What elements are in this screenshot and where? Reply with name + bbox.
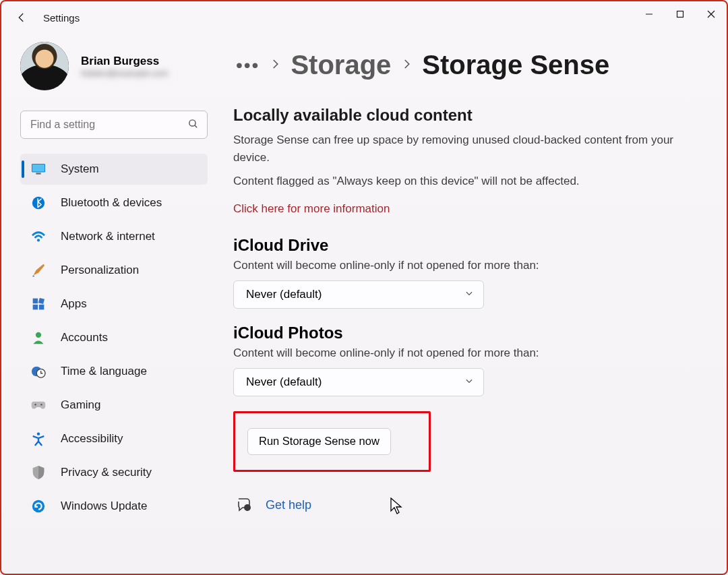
profile-name: Brian Burgess <box>81 55 169 68</box>
section-heading-icloud-drive: iCloud Drive <box>233 236 694 255</box>
svg-rect-12 <box>38 298 44 304</box>
svg-rect-1 <box>677 11 684 18</box>
section-caption: Content will become online-only if not o… <box>233 346 694 360</box>
sidebar-item-accessibility[interactable]: Accessibility <box>20 423 208 454</box>
back-button[interactable] <box>15 11 28 24</box>
sidebar-item-windows-update[interactable]: Windows Update <box>20 491 208 522</box>
breadcrumb: ••• Storage Storage Sense <box>236 50 694 80</box>
sidebar-item-time-language[interactable]: Time & language <box>20 356 208 387</box>
dropdown-value: Never (default) <box>246 288 322 301</box>
get-help-link[interactable]: Get help <box>266 498 311 512</box>
svg-point-15 <box>36 332 41 338</box>
svg-text:?: ? <box>246 505 249 511</box>
accessibility-icon <box>31 431 46 446</box>
sidebar-item-network-internet[interactable]: Network & internet <box>20 221 208 252</box>
section-heading-icloud-photos: iCloud Photos <box>233 324 694 342</box>
section-text: Storage Sense can free up space by remov… <box>233 131 694 166</box>
icloud-photos-dropdown[interactable]: Never (default) <box>233 368 484 396</box>
sidebar-item-label: Privacy & security <box>61 466 152 479</box>
avatar <box>20 42 69 90</box>
sidebar-item-label: Time & language <box>61 365 147 378</box>
sidebar-item-label: Personalization <box>61 264 139 277</box>
chevron-right-icon <box>400 58 413 73</box>
sidebar-item-personalization[interactable]: Personalization <box>20 255 208 286</box>
sidebar-item-label: Bluetooth & devices <box>61 196 162 210</box>
window-title: Settings <box>43 12 80 24</box>
sidebar-item-privacy-security[interactable]: Privacy & security <box>20 457 208 488</box>
svg-point-10 <box>37 239 40 241</box>
svg-line-5 <box>195 125 197 127</box>
svg-point-19 <box>40 404 42 405</box>
sidebar-item-apps[interactable]: Apps <box>20 289 208 320</box>
svg-point-4 <box>189 119 195 125</box>
breadcrumb-parent[interactable]: Storage <box>291 50 391 80</box>
search-input[interactable] <box>30 119 187 131</box>
icloud-drive-dropdown[interactable]: Never (default) <box>233 280 484 309</box>
wifi-icon <box>31 229 46 244</box>
svg-rect-7 <box>32 164 44 172</box>
sidebar-item-label: Apps <box>61 297 87 311</box>
sidebar-item-accounts[interactable]: Accounts <box>20 322 208 353</box>
more-info-link[interactable]: Click here for more information <box>233 202 390 216</box>
sidebar-item-label: Network & internet <box>61 230 155 243</box>
clock-globe-icon <box>31 364 46 379</box>
breadcrumb-ellipsis[interactable]: ••• <box>236 61 260 70</box>
sidebar-item-label: System <box>61 162 99 176</box>
sidebar-item-gaming[interactable]: Gaming <box>20 390 208 421</box>
sidebar-item-label: Gaming <box>61 398 101 412</box>
svg-rect-13 <box>33 305 38 310</box>
window-minimize-button[interactable] <box>634 1 665 27</box>
window-maximize-button[interactable] <box>665 1 696 27</box>
update-icon <box>31 499 46 514</box>
svg-rect-8 <box>36 173 40 174</box>
button-label: Run Storage Sense now <box>259 435 380 448</box>
sidebar-nav: SystemBluetooth & devicesNetwork & inter… <box>20 154 208 522</box>
svg-point-18 <box>34 404 36 405</box>
chevron-right-icon <box>269 58 281 73</box>
person-icon <box>31 330 46 345</box>
paintbrush-icon <box>31 263 46 278</box>
sidebar-item-label: Windows Update <box>61 500 148 513</box>
sidebar-item-bluetooth-devices[interactable]: Bluetooth & devices <box>20 187 208 218</box>
section-heading-cloud: Locally available cloud content <box>233 106 694 125</box>
apps-icon <box>31 297 46 311</box>
monitor-icon <box>31 162 46 177</box>
chevron-down-icon <box>464 375 474 389</box>
sidebar-item-system[interactable]: System <box>20 154 208 185</box>
svg-rect-14 <box>39 305 44 310</box>
sidebar-item-label: Accessibility <box>61 432 123 446</box>
sidebar-item-label: Accounts <box>61 331 108 344</box>
section-caption: Content will become online-only if not o… <box>233 259 694 272</box>
profile-block[interactable]: Brian Burgess hidden@example.com <box>20 42 208 90</box>
shield-icon <box>31 465 46 480</box>
window-close-button[interactable] <box>696 1 727 27</box>
bluetooth-icon <box>31 195 46 210</box>
chevron-down-icon <box>464 288 474 301</box>
highlight-box: Run Storage Sense now <box>233 411 431 472</box>
svg-point-21 <box>32 500 44 512</box>
controller-icon <box>31 398 46 413</box>
search-box[interactable] <box>20 111 208 139</box>
svg-rect-11 <box>33 299 38 304</box>
svg-point-20 <box>37 432 40 435</box>
breadcrumb-current: Storage Sense <box>422 50 609 80</box>
search-icon <box>187 118 199 132</box>
help-icon: ? <box>236 496 252 515</box>
section-text: Content flagged as "Always keep on this … <box>233 173 694 190</box>
run-storage-sense-button[interactable]: Run Storage Sense now <box>247 428 391 455</box>
dropdown-value: Never (default) <box>246 375 322 389</box>
profile-email: hidden@example.com <box>81 68 169 78</box>
